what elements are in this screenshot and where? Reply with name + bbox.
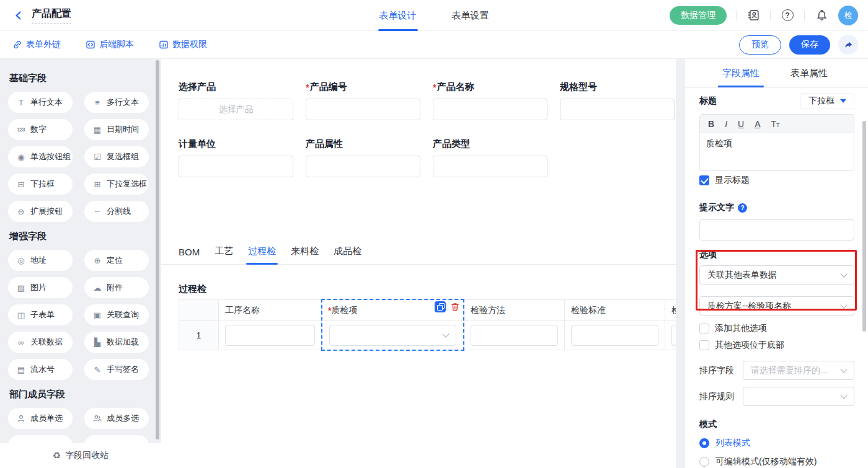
- column-inspection-method: 检验方法: [464, 300, 565, 350]
- field-product-type[interactable]: 产品类型: [433, 138, 547, 177]
- font-size-button[interactable]: TT: [771, 119, 779, 129]
- preview-button[interactable]: 预览: [739, 35, 781, 55]
- field-item-number[interactable]: 123数字: [8, 119, 73, 140]
- datetime-icon: ▦: [92, 125, 102, 135]
- mode-label: 模式: [699, 419, 854, 430]
- field-item-linked-query[interactable]: ▣关联查询: [84, 304, 149, 325]
- caret-down-icon: [840, 99, 846, 103]
- hint-text-label: 提示文字: [699, 202, 734, 213]
- product-attribute-input[interactable]: [306, 156, 420, 177]
- help-tooltip-icon[interactable]: ?: [738, 203, 747, 213]
- field-product-name[interactable]: *产品名称: [433, 81, 547, 120]
- tab-field-properties[interactable]: 字段属性: [722, 59, 760, 87]
- subform-icon: ◫: [16, 311, 26, 320]
- clipped-input[interactable]: [671, 325, 676, 346]
- add-other-option-checkbox[interactable]: [699, 324, 709, 333]
- product-type-input[interactable]: [433, 156, 547, 177]
- save-button[interactable]: 保存: [789, 35, 830, 55]
- delete-field-icon[interactable]: [450, 302, 460, 312]
- user-avatar[interactable]: 检: [838, 6, 858, 25]
- field-select-product[interactable]: 选择产品 选择产品: [179, 81, 293, 120]
- field-item-divider[interactable]: ┄分割线: [84, 201, 149, 222]
- tab-process[interactable]: 工艺: [215, 245, 233, 264]
- field-item-data-load[interactable]: ▙数据加载: [84, 332, 149, 353]
- field-label: *产品名称: [433, 81, 547, 93]
- field-product-code[interactable]: *产品编号: [306, 81, 420, 120]
- field-item-datetime[interactable]: ▦日期时间: [84, 119, 149, 140]
- product-name-input[interactable]: [433, 99, 547, 120]
- option-field-select[interactable]: 质检方案--检验项名称: [699, 296, 854, 316]
- share-button[interactable]: [838, 35, 858, 55]
- tab-process-inspection[interactable]: 过程检: [248, 245, 276, 264]
- page-title: 产品配置: [32, 7, 71, 24]
- field-item-extend-button[interactable]: ⊖扩展按钮: [8, 201, 73, 222]
- sort-field-select[interactable]: 请选择需要排序的...: [743, 361, 854, 380]
- other-option-bottom-checkbox[interactable]: [699, 340, 709, 350]
- notification-bell-icon[interactable]: [814, 8, 829, 23]
- field-recycle-bin[interactable]: ♻ 字段回收站: [0, 443, 161, 468]
- column-header: 检验标准: [565, 300, 665, 321]
- data-manage-button[interactable]: 数据管理: [670, 6, 727, 25]
- field-type-select[interactable]: 下拉框: [800, 93, 854, 109]
- product-code-input[interactable]: [306, 99, 420, 120]
- field-item-location[interactable]: ⊕定位: [84, 250, 149, 271]
- field-item-multi-line-text[interactable]: ≡多行文本: [84, 92, 149, 113]
- divider: [736, 11, 737, 20]
- field-item-image[interactable]: ▨图片: [8, 277, 73, 298]
- field-item-dropdown-multi[interactable]: ⊞下拉复选框: [84, 174, 149, 195]
- sort-rule-select[interactable]: [743, 387, 854, 406]
- unit-input[interactable]: [179, 156, 293, 177]
- inspection-standard-input[interactable]: [571, 325, 658, 346]
- hint-text-input[interactable]: [699, 219, 854, 241]
- field-item-linked-data[interactable]: ∞关联数据: [8, 332, 73, 353]
- inspection-method-input[interactable]: [471, 325, 558, 346]
- field-product-attribute[interactable]: 产品属性: [306, 138, 420, 177]
- underline-button[interactable]: U: [738, 119, 744, 129]
- section-title-member-fields: 部门成员字段: [9, 389, 154, 400]
- tab-incoming-inspection[interactable]: 来料检: [291, 245, 319, 264]
- field-item-member-multi[interactable]: 成员多选: [84, 408, 149, 429]
- editable-mode-radio[interactable]: [699, 457, 709, 467]
- copy-field-icon[interactable]: [435, 301, 446, 312]
- field-item-signature[interactable]: ✎手写签名: [84, 359, 149, 380]
- sidebar-scrollbar[interactable]: [156, 60, 159, 439]
- tab-finished-inspection[interactable]: 成品检: [334, 245, 361, 264]
- font-color-button[interactable]: A: [755, 119, 760, 129]
- field-item-radio-group[interactable]: ◉单选按钮组: [8, 146, 73, 167]
- editable-mode-label: 可编辑模式(仅移动端有效): [715, 456, 817, 467]
- data-permission-link[interactable]: 数据权限: [159, 39, 207, 50]
- panel-scrollbar[interactable]: [862, 121, 866, 332]
- tab-bom[interactable]: BOM: [179, 247, 200, 264]
- field-item-dropdown[interactable]: ⊟下拉框: [8, 174, 73, 195]
- field-item-attachment[interactable]: ☁附件: [84, 277, 149, 298]
- field-item-subform[interactable]: ◫子表单: [8, 304, 73, 325]
- field-item-single-line-text[interactable]: T单行文本: [8, 92, 73, 113]
- spec-model-input[interactable]: [560, 99, 675, 120]
- back-icon[interactable]: [12, 9, 25, 22]
- field-item-serial-number[interactable]: ▤流水号: [8, 359, 73, 380]
- dropdown-icon: ⊟: [16, 180, 26, 189]
- select-product-button[interactable]: 选择产品: [179, 99, 293, 120]
- tab-form-properties[interactable]: 表单属性: [790, 59, 828, 87]
- tab-form-settings[interactable]: 表单设置: [452, 0, 489, 31]
- field-unit[interactable]: 计量单位: [179, 138, 293, 177]
- sort-field-label: 排序字段: [699, 365, 735, 376]
- tab-form-design[interactable]: 表单设计: [379, 0, 417, 31]
- title-value-input[interactable]: 质检项: [700, 133, 854, 170]
- field-item-checkbox-group[interactable]: ☑复选框组: [84, 146, 149, 167]
- field-spec-model[interactable]: 规格型号: [560, 81, 675, 120]
- member-multi-icon: [92, 414, 102, 423]
- column-process-name: 工序名称: [219, 300, 322, 350]
- address-book-icon[interactable]: [746, 8, 761, 23]
- form-external-link[interactable]: 表单外链: [12, 39, 61, 50]
- show-title-checkbox[interactable]: [699, 175, 709, 185]
- italic-button[interactable]: I: [725, 119, 727, 129]
- field-item-member-single[interactable]: 成员单选: [8, 408, 73, 429]
- backend-script-link[interactable]: 后端脚本: [86, 39, 134, 50]
- process-name-input[interactable]: [225, 325, 315, 346]
- field-item-address[interactable]: ◎地址: [8, 250, 73, 271]
- help-icon[interactable]: ?: [780, 8, 795, 23]
- list-mode-radio[interactable]: [699, 438, 709, 448]
- bold-button[interactable]: B: [708, 119, 714, 129]
- option-source-select[interactable]: 关联其他表单数据: [699, 265, 854, 285]
